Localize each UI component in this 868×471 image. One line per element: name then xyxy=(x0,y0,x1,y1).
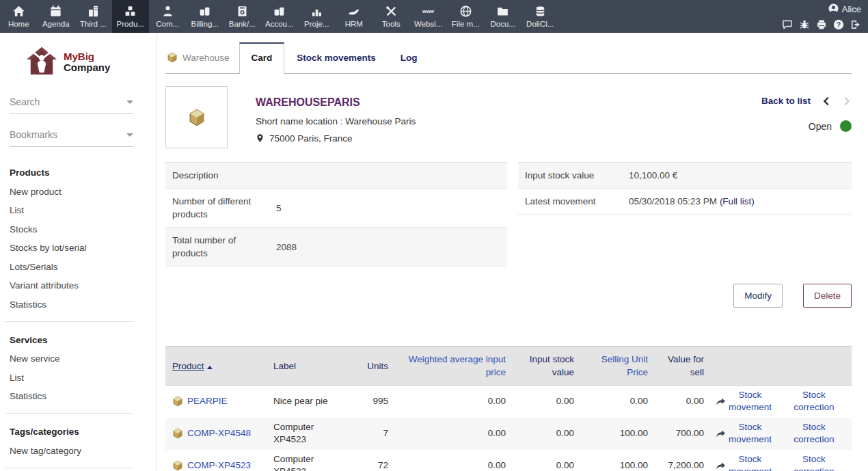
sidebar-item-stocks[interactable]: Stocks xyxy=(0,215,157,234)
detail-row-total-products: Total number of products 2088 xyxy=(165,228,507,267)
comment-icon[interactable] xyxy=(782,19,793,30)
topbar-item-thirdparties[interactable]: Third ... xyxy=(74,0,112,33)
page-title: WAREHOUSEPARIS xyxy=(256,96,674,109)
detail-row-latest-movement: Latest movement 05/30/2018 05:23 PM (Ful… xyxy=(518,189,852,215)
warehouse-address: 75000 Paris, France xyxy=(256,133,674,144)
dolicloud-icon xyxy=(534,5,547,18)
input-stock-value: 0.00 xyxy=(513,418,581,450)
sidebar-item-new-tag[interactable]: New tag/category xyxy=(0,437,157,456)
full-list-link[interactable]: (Full list) xyxy=(720,196,755,206)
value-for-sell: 700.00 xyxy=(655,418,711,450)
product-icon xyxy=(172,396,183,407)
detail-label: Latest movement xyxy=(518,189,622,215)
topbar-item-billing[interactable]: Billing... xyxy=(187,0,224,33)
col-header-weighted-avg-price[interactable]: Weighted average input price xyxy=(395,347,513,386)
tab-context-label: Warehouse xyxy=(182,53,230,63)
topbar-item-accountancy[interactable]: Accou... xyxy=(261,0,299,33)
status-label: Open xyxy=(809,121,832,132)
topbar-item-products[interactable]: Produ... xyxy=(112,0,150,33)
tab-card[interactable]: Card xyxy=(239,42,285,74)
sidebar-item-lots-serials[interactable]: Lots/Serials xyxy=(0,253,157,272)
sidebar-section-warehouses: Warehouses xyxy=(0,468,157,471)
sidebar-item-service-statistics[interactable]: Statistics xyxy=(0,383,157,402)
print-icon[interactable] xyxy=(816,19,827,30)
col-header-product[interactable]: Product xyxy=(165,347,267,386)
back-to-list-link[interactable]: Back to list xyxy=(761,96,811,106)
detail-value: 05/30/2018 05:23 PM (Full list) xyxy=(622,189,852,215)
chevron-left-icon[interactable] xyxy=(822,96,831,106)
product-icon xyxy=(172,428,183,439)
help-icon[interactable]: ? xyxy=(833,19,844,30)
warehouse-short-name: Short name location : Warehouse Paris xyxy=(256,116,674,126)
product-link[interactable]: COMP-XP4523 xyxy=(187,459,251,471)
company-name-line2: Company xyxy=(64,62,110,73)
topbar-item-bank[interactable]: Bank/... xyxy=(223,0,261,33)
sidebar-item-stocks-by-lot[interactable]: Stocks by lot/serial xyxy=(0,234,157,254)
selling-unit-price-value: 100.00 xyxy=(581,418,655,450)
details-section: Description Number of different products… xyxy=(165,162,852,267)
house-logo-icon xyxy=(26,46,57,78)
stock-movement-link[interactable]: Stock movement xyxy=(729,453,772,471)
topbar: Home Agenda Third ... Produ... Com... Bi… xyxy=(0,0,868,33)
topbar-item-label: Home xyxy=(8,20,29,28)
selling-unit-price-value: 0.00 xyxy=(581,386,655,418)
latest-movement-datetime: 05/30/2018 05:23 PM xyxy=(629,196,717,206)
detail-label: Total number of products xyxy=(165,228,269,267)
sidebar-item-service-list[interactable]: List xyxy=(0,364,157,383)
topbar-item-dolicloud[interactable]: DoliCl... xyxy=(521,0,559,33)
stock-correction-link[interactable]: Stock correction xyxy=(783,421,845,446)
tab-stock-movements[interactable]: Stock movements xyxy=(284,43,388,73)
topbar-item-documents[interactable]: Docu... xyxy=(485,0,522,33)
sidebar-item-product-list[interactable]: List xyxy=(0,197,157,216)
stock-correction-link[interactable]: Stock correction xyxy=(783,453,845,471)
topbar-item-agenda[interactable]: Agenda xyxy=(38,0,75,33)
topbar-item-home[interactable]: Home xyxy=(0,0,38,33)
units-value: 72 xyxy=(343,450,395,471)
topbar-item-website[interactable]: www Websi... xyxy=(410,0,448,33)
chevron-down-icon xyxy=(126,100,133,104)
col-header-input-stock-value[interactable]: Input stock value xyxy=(513,347,581,386)
delete-button[interactable]: Delete xyxy=(803,284,852,308)
product-icon xyxy=(172,460,183,471)
sidebar-item-variant-attributes[interactable]: Variant attributes xyxy=(0,272,157,291)
projects-icon xyxy=(310,5,323,18)
stock-movement-link[interactable]: Stock movement xyxy=(729,389,772,414)
sidebar-item-product-statistics[interactable]: Statistics xyxy=(0,291,157,310)
sidebar-item-new-service[interactable]: New service xyxy=(0,345,157,364)
thirdparties-icon xyxy=(87,5,100,18)
user-menu[interactable]: Alice xyxy=(828,3,861,16)
topbar-item-label: Produ... xyxy=(117,20,144,28)
col-header-selling-unit-price[interactable]: Selling Unit Price xyxy=(581,347,655,386)
topbar-item-label: Accou... xyxy=(265,20,294,28)
topbar-item-filemanager[interactable]: File m... xyxy=(447,0,485,33)
selling-unit-price-value: 100.00 xyxy=(581,450,655,471)
weighted-avg-price-value: 0.00 xyxy=(395,418,513,450)
logout-icon[interactable] xyxy=(850,19,861,30)
table-row: COMP-XP4523 Computer XP4523 72 0.00 0.00… xyxy=(165,450,852,471)
topbar-item-label: Docu... xyxy=(491,20,515,28)
bookmarks-dropdown[interactable]: Bookmarks xyxy=(10,129,133,147)
col-header-value-for-sell[interactable]: Value for sell xyxy=(655,347,711,386)
stock-movement-arrow-icon xyxy=(716,429,726,439)
stock-correction-link[interactable]: Stock correction xyxy=(783,389,845,414)
sidebar: MyBig Company Search Bookmarks Products … xyxy=(0,33,157,471)
topbar-item-commerce[interactable]: Com... xyxy=(149,0,187,33)
topbar-item-tools[interactable]: Tools xyxy=(372,0,410,33)
col-header-units[interactable]: Units xyxy=(343,347,395,386)
topbar-item-hrm[interactable]: HRM xyxy=(336,0,373,33)
products-icon xyxy=(124,5,137,18)
bug-icon[interactable] xyxy=(799,19,810,30)
col-header-label[interactable]: Label xyxy=(267,347,343,386)
warehouse-photo[interactable] xyxy=(165,86,228,148)
company-name: MyBig Company xyxy=(64,51,110,73)
product-link[interactable]: PEARPIE xyxy=(187,395,228,407)
modify-button[interactable]: Modify xyxy=(733,284,783,308)
company-logo[interactable]: MyBig Company xyxy=(26,46,157,78)
topbar-item-projects[interactable]: Proje... xyxy=(298,0,336,33)
tab-log[interactable]: Log xyxy=(388,43,430,73)
svg-text:www: www xyxy=(422,8,434,14)
product-link[interactable]: COMP-XP4548 xyxy=(187,427,251,440)
stock-movement-link[interactable]: Stock movement xyxy=(729,421,772,446)
sidebar-item-new-product[interactable]: New product xyxy=(0,178,157,197)
search-dropdown[interactable]: Search xyxy=(10,96,133,114)
